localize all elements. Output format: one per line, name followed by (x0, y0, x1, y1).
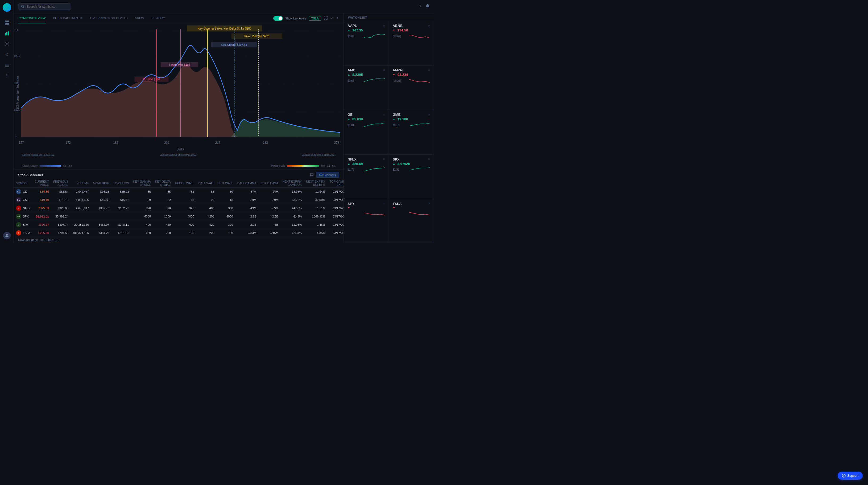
svg-rect-54 (319, 174, 322, 176)
watchlist-item[interactable]: ABNB × ▼ 124.50 ($0.07) (389, 21, 434, 65)
wl-sparkline (409, 77, 430, 84)
wl-close-btn[interactable]: × (383, 157, 385, 161)
wl-close-btn[interactable]: × (383, 68, 385, 72)
tab-live-price[interactable]: LIVE PRICE & SG LEVELS (90, 13, 128, 24)
wl-dir-icon: ▲ (393, 162, 395, 165)
tab-put-call[interactable]: PUT & CALL IMPACT (53, 13, 83, 24)
bookmark-icon[interactable] (310, 173, 314, 177)
watchlist-item[interactable]: TSLA × ▼ (389, 199, 434, 243)
tab-skew[interactable]: SKEW (135, 13, 145, 24)
watchlist-item[interactable]: NFLX × ▲ 326.69 $1.79 (344, 155, 389, 199)
symbol-badge[interactable]: TSLA (309, 16, 321, 21)
cell-price: $19.10 (32, 196, 51, 204)
table-row[interactable]: GM GME $19.10$19.101,807,626$49.85$15.41… (14, 196, 344, 204)
wl-close-btn[interactable]: × (428, 113, 430, 117)
wl-symbol: GE (347, 113, 352, 117)
wl-close-btn[interactable]: × (428, 24, 430, 28)
cell-52wk-high: $96.23 (91, 188, 112, 196)
cell-key-gamma: 320 (131, 204, 153, 212)
dashboard-icon[interactable] (4, 20, 10, 26)
watchlist-panel: WATCHLIST AAPL × ▲ 147.35 $0.09 ABNB × ▼… (344, 13, 434, 243)
col-next-delta-pct: NEXT EXPIRYDELTA % (304, 179, 327, 188)
wl-symbol: ABNB (393, 24, 403, 28)
wl-close-btn[interactable]: × (428, 157, 430, 161)
position-size-legend: Position Size (271, 164, 336, 168)
key-levels-toggle[interactable] (273, 16, 283, 21)
table-row[interactable]: T TSLA $205.86$207.63101,324,156$384.29$… (14, 229, 344, 237)
scanners-button[interactable]: Scanners (316, 172, 339, 178)
svg-text:0.1: 0.1 (14, 28, 18, 32)
cell-symbol: S SPY (14, 221, 32, 229)
cell-call-gamma: -2.9B (235, 221, 259, 229)
app-logo[interactable] (3, 3, 11, 12)
col-52wk-low: 52WK LOW (111, 179, 131, 188)
table-row[interactable]: S SPY $396.97$397.7420,381,366$462.07$34… (14, 221, 344, 229)
svg-rect-6 (6, 32, 7, 35)
cell-price: $325.53 (32, 204, 51, 212)
cell-52wk-high: $384.29 (91, 229, 112, 237)
screener-table-wrapper[interactable]: SYMBOL CURRENTPRICE PREVIOUSCLOSE VOLUME… (14, 179, 344, 237)
table-row[interactable]: N NFLX $325.53$323.032,675,617$397.75$16… (14, 204, 344, 212)
svg-rect-5 (5, 33, 6, 35)
user-avatar[interactable] (3, 232, 11, 239)
watchlist-item[interactable]: GE × ▲ 85.030 $1.01 (344, 110, 389, 154)
chart-icon[interactable] (4, 30, 10, 36)
svg-text:0: 0 (16, 135, 17, 139)
cell-price: $396.97 (32, 221, 51, 229)
svg-text:157: 157 (19, 141, 24, 145)
screener-header: Stock Screener (14, 170, 344, 179)
watchlist-item[interactable]: AMZN × ▼ 93.234 ($0.25) (389, 65, 434, 110)
watchlist-item[interactable]: AAPL × ▲ 147.35 $0.09 (344, 21, 389, 65)
wl-change: $0.09 (347, 35, 354, 38)
tab-history[interactable]: HISTORY (151, 13, 165, 24)
watchlist-grid: AAPL × ▲ 147.35 $0.09 ABNB × ▼ 124.50 ($… (344, 21, 434, 243)
wl-close-btn[interactable]: × (383, 202, 385, 206)
pos-mid: 0.1 (327, 164, 330, 167)
cell-symbol: T TSLA (14, 229, 32, 237)
svg-rect-53 (287, 165, 319, 166)
table-row[interactable]: GE GE $84.80$83.842,042,477$96.23$59.938… (14, 188, 344, 196)
expand-icon[interactable] (324, 16, 328, 21)
svg-text:Key Gamma Strike, Key Delta St: Key Gamma Strike, Key Delta Strike $200 (198, 27, 251, 30)
tab-composite[interactable]: COMPOSITE VIEW (18, 13, 46, 24)
next-icon[interactable] (336, 16, 339, 21)
watchlist-item[interactable]: GME × ▲ 19.180 $0.19 (389, 110, 434, 154)
settings-icon[interactable] (4, 41, 10, 47)
wl-close-btn[interactable]: × (383, 113, 385, 117)
symbol-icon: GM (16, 197, 21, 203)
wl-close-btn[interactable]: × (428, 202, 430, 206)
list-icon[interactable] (4, 62, 10, 68)
wl-symbol: AMC (347, 68, 355, 72)
cell-52wk-low: $15.41 (111, 196, 131, 204)
cell-call-wall: 4200 (196, 212, 216, 221)
wl-close-btn[interactable]: × (383, 24, 385, 28)
watchlist-item[interactable]: AMC × ▲ 8.2395 $0.65 (344, 65, 389, 110)
col-call-wall: CALL WALL (196, 179, 216, 188)
wl-close-btn[interactable]: × (428, 68, 430, 72)
dropdown-icon[interactable] (330, 16, 333, 21)
wl-dir-icon: ▼ (393, 73, 395, 76)
help-icon[interactable]: ? (419, 4, 421, 9)
cell-volume: 2,042,477 (70, 188, 91, 196)
screener-footer: Rows per page: 100 1-10 of 10 (14, 237, 344, 243)
watchlist-item[interactable]: SPX × ▲ 3.9792k $2.32 (389, 155, 434, 199)
watchlist-item[interactable]: SPY × ▼ (344, 199, 389, 243)
col-call-gamma: CALL GAMMA (235, 179, 259, 188)
search-input[interactable] (27, 5, 64, 8)
table-row[interactable]: SP SPX $3,982.01$3,982.24400010004000420… (14, 212, 344, 221)
chart-legend: Recent Activity 0.0 0.3 (14, 164, 344, 168)
svg-text:Hedge Wall $195: Hedge Wall $195 (169, 63, 190, 66)
wl-sparkline (409, 210, 430, 217)
notification-icon[interactable] (426, 4, 430, 9)
more-icon[interactable] (4, 73, 10, 79)
wl-dir-icon: ▼ (347, 206, 350, 209)
cell-52wk-low: $348.11 (111, 221, 131, 229)
svg-line-17 (23, 7, 24, 8)
cell-call-wall: 420 (196, 221, 216, 229)
cell-key-delta: 200 (153, 229, 173, 237)
cell-next-gamma: 18.98% (280, 188, 304, 196)
cell-key-delta: 22 (153, 196, 173, 204)
back-icon[interactable] (4, 52, 10, 58)
search-box[interactable] (18, 3, 71, 10)
col-volume: VOLUME (70, 179, 91, 188)
